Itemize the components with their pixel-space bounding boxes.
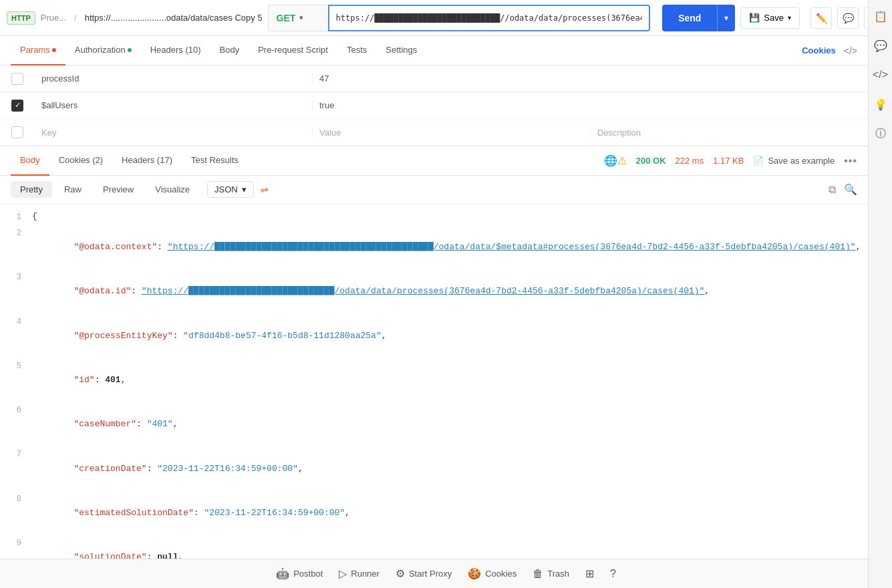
fmt-tab-visualize[interactable]: Visualize <box>146 181 199 198</box>
row-checkbox-2[interactable]: ✓ <box>0 100 35 112</box>
authorization-dot <box>128 48 132 52</box>
method-select[interactable]: GET ▾ <box>268 5 328 31</box>
line-content: "@odata.context": "https://█████████████… <box>32 225 863 269</box>
cookies-icon: 🍪 <box>468 567 481 580</box>
tab-params[interactable]: Params <box>11 36 65 65</box>
json-line-7: 7 "creationDate": "2023-11-22T16:34:59+0… <box>0 446 868 490</box>
tab-authorization-label: Authorization <box>75 45 126 55</box>
status-time: 222 ms <box>676 156 704 166</box>
save-example-label: Save as example <box>768 156 835 166</box>
tab-body-label: Body <box>220 45 240 55</box>
json-format-chevron-icon: ▾ <box>242 184 247 194</box>
status-ok-badge: 200 OK <box>636 156 666 166</box>
params-tabs: Params Authorization Headers (10) Body P… <box>0 36 868 65</box>
more-options-icon[interactable]: ••• <box>844 155 857 167</box>
copy-response-icon[interactable]: ⧉ <box>829 184 836 196</box>
runner-icon: ▷ <box>339 567 347 580</box>
param-value-placeholder[interactable]: Value <box>312 128 590 138</box>
line-number: 8 <box>5 491 32 506</box>
trash-button[interactable]: 🗑 Trash <box>533 568 569 580</box>
globe-warning-icon: 🌐⚠ <box>604 154 627 167</box>
line-number: 9 <box>5 535 32 550</box>
param-key-1[interactable]: processId <box>35 74 312 84</box>
save-label: Save <box>764 13 784 23</box>
tab-authorization[interactable]: Authorization <box>65 36 141 65</box>
start-proxy-button[interactable]: ⚙ Start Proxy <box>396 567 452 580</box>
save-chevron-icon: ▾ <box>788 14 791 21</box>
table-row: ✓ $allUsers true <box>0 92 868 119</box>
fmt-tab-pretty[interactable]: Pretty <box>11 181 52 198</box>
add-button[interactable]: ⊞ <box>585 567 594 580</box>
sidebar-bulb-icon[interactable]: 💡 <box>871 95 890 114</box>
tab-response-cookies-label: Cookies (2) <box>59 155 103 165</box>
json-format-select[interactable]: JSON ▾ <box>207 181 254 198</box>
start-proxy-icon: ⚙ <box>396 567 405 580</box>
filter-icon[interactable]: ⇌ <box>261 184 269 195</box>
line-content: "creationDate": "2023-11-22T16:34:59+00:… <box>32 446 863 490</box>
param-key-placeholder[interactable]: Key <box>35 128 312 138</box>
sidebar-code-icon[interactable]: </> <box>871 65 890 84</box>
tab-settings-label: Settings <box>386 45 417 55</box>
table-row: processId 47 <box>0 65 868 92</box>
json-body[interactable]: 1 { 2 "@odata.context": "https://███████… <box>0 204 868 559</box>
start-proxy-label: Start Proxy <box>409 569 452 579</box>
checkbox-unchecked-icon <box>11 73 23 85</box>
sidebar-chat-icon[interactable]: 💬 <box>871 36 890 55</box>
line-content: "caseNumber": "401", <box>32 402 863 446</box>
tab-settings[interactable]: Settings <box>376 36 426 65</box>
cookies-button[interactable]: 🍪 Cookies <box>468 567 516 580</box>
line-content: "solutionDate": null, <box>32 535 863 559</box>
comment-icon-button[interactable]: 💬 <box>837 7 859 29</box>
breadcrumb-name[interactable]: Prue... <box>41 13 66 23</box>
params-table: processId 47 ✓ $allUsers true Key Value … <box>0 65 868 146</box>
search-response-icon[interactable]: 🔍 <box>844 183 857 196</box>
json-line-8: 8 "estimatedSolutionDate": "2023-11-22T1… <box>0 491 868 535</box>
edit-icon-button[interactable]: ✏️ <box>810 7 832 29</box>
save-disk-icon: 💾 <box>749 13 760 23</box>
json-line-4: 4 "@processEntityKey": "df8dd4b8-be57-4f… <box>0 314 868 358</box>
json-line-6: 6 "caseNumber": "401", <box>0 402 868 446</box>
tab-response-body[interactable]: Body <box>11 146 49 176</box>
fmt-tab-raw[interactable]: Raw <box>55 181 91 198</box>
cookies-link[interactable]: Cookies <box>802 45 836 55</box>
save-button[interactable]: 💾 Save ▾ <box>740 7 800 29</box>
sidebar-info-icon[interactable]: ⓘ <box>871 124 890 143</box>
tab-headers[interactable]: Headers (10) <box>141 36 210 65</box>
url-bar-wrapper: GET ▾ <box>268 5 651 31</box>
send-dropdown-button[interactable]: ▾ <box>717 5 735 31</box>
param-value-1[interactable]: 47 <box>312 74 590 84</box>
row-checkbox-3[interactable] <box>0 126 35 138</box>
trash-label: Trash <box>547 569 569 579</box>
param-value-2[interactable]: true <box>312 100 590 110</box>
send-button[interactable]: Send <box>662 5 717 31</box>
tab-prerequest-label: Pre-request Script <box>258 45 328 55</box>
tab-response-body-label: Body <box>20 155 40 165</box>
json-line-1: 1 { <box>0 209 868 225</box>
save-as-example-button[interactable]: 📄 Save as example <box>753 156 835 166</box>
tab-body[interactable]: Body <box>210 36 249 65</box>
response-tabs: Body Cookies (2) Headers (17) Test Resul… <box>0 146 868 176</box>
tab-prerequest[interactable]: Pre-request Script <box>249 36 337 65</box>
tab-response-cookies[interactable]: Cookies (2) <box>49 146 112 176</box>
url-input[interactable] <box>328 5 651 31</box>
save-example-icon: 📄 <box>753 156 764 166</box>
params-dot <box>52 48 56 52</box>
postbot-button[interactable]: 🤖 Postbot <box>276 567 323 580</box>
top-bar: HTTP Prue... / https://.................… <box>0 0 892 36</box>
line-content: "id": 401, <box>32 358 863 402</box>
sidebar-clipboard-icon[interactable]: 📋 <box>871 7 890 25</box>
tab-tests[interactable]: Tests <box>337 36 376 65</box>
table-row-empty: Key Value Description <box>0 119 868 146</box>
help-button[interactable]: ? <box>610 568 616 580</box>
param-desc-placeholder[interactable]: Description <box>590 128 868 138</box>
tab-response-headers-label: Headers (17) <box>122 155 172 165</box>
tab-response-headers[interactable]: Headers (17) <box>112 146 182 176</box>
json-line-5: 5 "id": 401, <box>0 358 868 402</box>
row-checkbox-1[interactable] <box>0 73 35 85</box>
tab-test-results[interactable]: Test Results <box>182 146 248 176</box>
top-icon-group: ✏️ 💬 <box>810 7 859 29</box>
runner-button[interactable]: ▷ Runner <box>339 567 380 580</box>
param-key-2[interactable]: $allUsers <box>35 100 312 110</box>
code-icon[interactable]: </> <box>844 45 857 56</box>
fmt-tab-preview[interactable]: Preview <box>94 181 143 198</box>
